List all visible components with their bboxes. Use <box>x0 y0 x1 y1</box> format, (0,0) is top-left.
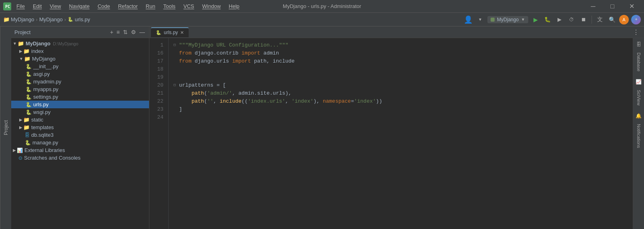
tree-item-wsgi[interactable]: 🐍 wsgi.py <box>11 108 149 116</box>
menu-file[interactable]: File <box>14 2 28 10</box>
tree-item-manage[interactable]: 🐍 manage.py <box>11 139 149 146</box>
code-line-18 <box>172 65 633 73</box>
fold-button[interactable]: ⊟ <box>173 81 178 89</box>
settings-icon[interactable]: ⚙ <box>130 28 137 36</box>
expand-arrow: ▼ <box>13 41 17 46</box>
editor-container: 🐍 urls.py ✕ ⋮ 1 16 17 18 19 20 21 22 23 … <box>149 26 644 229</box>
code-line-1: ⊟ """MyDjango URL Configuration...""" <box>172 41 633 49</box>
menu-tools[interactable]: Tools <box>161 2 178 10</box>
fold-button[interactable]: ⊟ <box>173 41 178 49</box>
sciview-label[interactable]: SciView <box>636 87 642 109</box>
run-button[interactable]: ▶ <box>531 15 540 24</box>
collapse-all-icon[interactable]: ≡ <box>116 28 121 36</box>
run-config-dot <box>491 18 495 22</box>
sort-icon[interactable]: ⇅ <box>122 28 129 36</box>
code-line-16: from django.contrib import admin <box>172 49 633 57</box>
py-file-icon: 🐍 <box>26 79 32 85</box>
file-tree-title: Project <box>14 29 30 35</box>
database-label[interactable]: Database <box>636 49 642 75</box>
tree-item-mydjango-sub[interactable]: ▼ 📁 MyDjango <box>11 55 149 63</box>
tree-item-scratches[interactable]: ⊙ Scratches and Consoles <box>11 154 149 162</box>
editor-body: 1 16 17 18 19 20 21 22 23 24 ⊟ """MyDjan… <box>149 38 644 229</box>
folder-icon: 📁 <box>24 56 30 62</box>
minimize-panel-icon[interactable]: — <box>139 28 146 36</box>
tree-item-urls[interactable]: 🐍 urls.py <box>11 101 149 108</box>
notifications-label[interactable]: Notifications <box>636 121 642 151</box>
stop-button[interactable]: ⏹ <box>579 15 588 24</box>
menu-vcs[interactable]: VCS <box>181 2 197 10</box>
expand-arrow: ▶ <box>19 125 22 130</box>
tree-item-settings[interactable]: 🐍 settings.py <box>11 93 149 101</box>
code-line-20: ⊟ urlpatterns = [ <box>172 81 633 89</box>
breadcrumb-subdir[interactable]: MyDjango <box>39 16 63 22</box>
coverage-button[interactable]: ▶ <box>555 15 564 24</box>
sciview-icon[interactable]: 📈 <box>634 77 644 87</box>
breadcrumb: 📁MyDjango › MyDjango › 🐍 urls.py <box>3 16 90 22</box>
title-bar-left: PC File Edit View Navigate Code Refactor… <box>3 2 242 10</box>
profile-icon[interactable]: 👤 <box>463 15 473 24</box>
tree-item-static[interactable]: ▶ 📁 static <box>11 116 149 124</box>
tree-item-index[interactable]: ▶ 📁 index <box>11 47 149 55</box>
right-sidebar: 🗄 Database 📈 SciView 🔔 Notifications <box>633 38 644 229</box>
tree-item-mydjango-root[interactable]: ▼ 📁 MyDjango D:\MyDjango <box>11 40 149 47</box>
menu-run[interactable]: Run <box>143 2 158 10</box>
run-config-dropdown-icon: ▼ <box>521 17 525 22</box>
file-tree-header: Project + ≡ ⇅ ⚙ — <box>11 26 149 38</box>
project-side-label[interactable]: Project <box>0 26 11 229</box>
scratches-icon: ⊙ <box>18 155 22 161</box>
code-line-19 <box>172 73 633 81</box>
folder-icon: 📁 <box>23 117 30 123</box>
translate-icon[interactable]: 文 <box>595 15 605 24</box>
tree-item-init[interactable]: 🐍 __init__.py <box>11 63 149 70</box>
notifications-icon[interactable]: 🔔 <box>634 111 644 121</box>
code-editor[interactable]: ⊟ """MyDjango URL Configuration...""" fr… <box>169 38 633 229</box>
menu-window[interactable]: Window <box>199 2 223 10</box>
menu-navigate[interactable]: Navigate <box>66 2 92 10</box>
py-file-icon: 🐍 <box>26 87 32 92</box>
window-controls: ─ □ ✕ <box>584 0 641 13</box>
code-line-24 <box>172 113 633 122</box>
file-tree-content: ▼ 📁 MyDjango D:\MyDjango ▶ 📁 index ▼ 📁 M… <box>11 38 149 229</box>
tree-item-myadmin[interactable]: 🐍 myadmin.py <box>11 78 149 85</box>
toolbar-right: 👤 ▼ MyDjango ▼ ▶ 🐛 ▶ ⏱ ⏹ 文 🔍 A ✦ <box>463 15 641 24</box>
py-file-icon: 🐍 <box>26 71 32 77</box>
code-line-23: ] <box>172 105 633 113</box>
database-icon[interactable]: 🗄 <box>634 40 644 49</box>
right-sidebar-database: 🗄 Database <box>634 40 644 75</box>
search-everywhere-icon[interactable]: 🔍 <box>607 15 617 24</box>
tree-item-external-libs[interactable]: ▶ 📊 External Libraries <box>11 146 149 154</box>
window-title: MyDjango - urls.py - Administrator <box>283 3 361 9</box>
py-file-icon: 🐍 <box>26 102 32 107</box>
new-file-icon[interactable]: + <box>109 28 114 36</box>
menu-refactor[interactable]: Refactor <box>115 2 141 10</box>
menu-edit[interactable]: Edit <box>30 2 44 10</box>
run-configuration[interactable]: MyDjango ▼ <box>487 16 528 23</box>
tree-item-templates[interactable]: ▶ 📁 templates <box>11 124 149 131</box>
tree-item-asgi[interactable]: 🐍 asgi.py <box>11 70 149 78</box>
debug-button[interactable]: 🐛 <box>543 15 552 24</box>
maximize-button[interactable]: □ <box>603 0 622 13</box>
menu-code[interactable]: Code <box>95 2 113 10</box>
close-button[interactable]: ✕ <box>622 0 641 13</box>
db-file-icon: 🗄 <box>25 132 30 138</box>
menu-view[interactable]: View <box>47 2 64 10</box>
toolbar: 📁MyDjango › MyDjango › 🐍 urls.py 👤 ▼ MyD… <box>0 13 644 26</box>
breadcrumb-root[interactable]: 📁MyDjango <box>3 16 34 22</box>
tab-more-button[interactable]: ⋮ <box>630 28 642 36</box>
user-avatar[interactable]: A <box>619 15 629 24</box>
breadcrumb-file[interactable]: 🐍 urls.py <box>68 16 90 22</box>
minimize-button[interactable]: ─ <box>584 0 602 13</box>
profile-dropdown-icon[interactable]: ▼ <box>475 15 485 24</box>
menu-help[interactable]: Help <box>226 2 242 10</box>
code-line-17: from django.urls import path, include <box>172 57 633 65</box>
library-icon: 📊 <box>17 148 23 153</box>
tree-item-myapps[interactable]: 🐍 myapps.py <box>11 85 149 93</box>
file-tree-panel: Project + ≡ ⇅ ⚙ — ▼ 📁 MyDjango D:\MyDjan… <box>11 26 149 229</box>
py-file-icon: 🐍 <box>25 140 31 146</box>
tab-urls-py[interactable]: 🐍 urls.py ✕ <box>151 27 189 37</box>
toolbar-separator <box>592 16 592 24</box>
tab-close-icon[interactable]: ✕ <box>180 30 184 35</box>
tree-item-db[interactable]: 🗄 db.sqlite3 <box>11 131 149 139</box>
jetbrains-badge[interactable]: ✦ <box>631 15 641 24</box>
profile-run-button[interactable]: ⏱ <box>567 15 576 24</box>
